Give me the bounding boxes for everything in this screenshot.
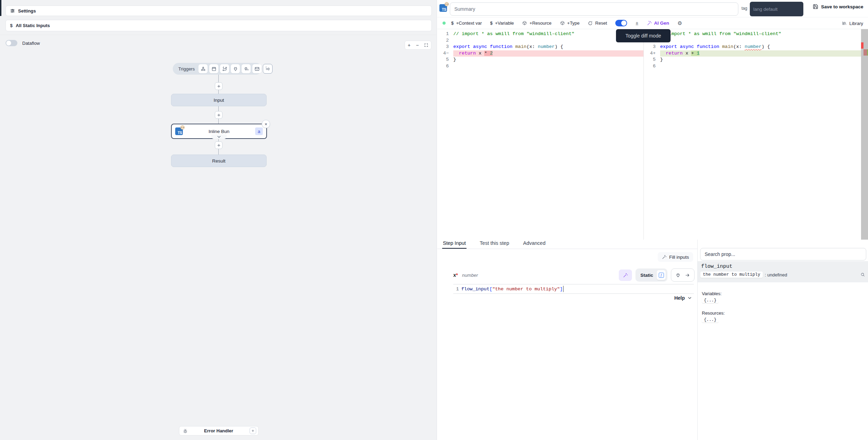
zoom-out-button[interactable]: − — [416, 43, 419, 48]
diff-pane-modified[interactable]: 1// import * as wmill from "windmill-cli… — [644, 29, 868, 240]
input-expression-editor[interactable]: 1 flow_input["the number to multiply"] — [453, 284, 694, 294]
diff-inline-toggle[interactable]: ± — [635, 20, 638, 26]
email-trigger-icon[interactable] — [252, 64, 261, 73]
sliders-icon — [10, 8, 15, 13]
save-to-workspace-button[interactable]: Save to workspace — [813, 4, 863, 9]
left-edge-accent — [0, 0, 1, 16]
reset-button[interactable]: Reset — [588, 20, 607, 26]
typescript-bun-icon: TS — [439, 4, 447, 12]
add-type-button[interactable]: +Type — [560, 20, 580, 26]
step-tabs: Step Input Test this step Advanced — [437, 240, 697, 249]
wand-icon — [662, 255, 667, 259]
tab-step-input[interactable]: Step Input — [442, 240, 467, 249]
error-handler-label: Error Handler — [188, 428, 250, 433]
search-icon[interactable] — [860, 272, 865, 277]
library-button[interactable]: Library — [842, 17, 863, 29]
dataflow-toggle[interactable] — [6, 40, 17, 46]
insert-step-button[interactable] — [215, 111, 222, 119]
all-static-inputs-button[interactable]: $ All Static Inputs — [6, 20, 432, 31]
flow-input-block[interactable]: flow_input the number to multiply : unde… — [698, 261, 868, 282]
diff-pane-original[interactable]: 1// import * as wmill from "windmill-cli… — [437, 29, 644, 240]
canvas-zoom-controls: + − — [405, 41, 431, 50]
editor-settings-icon[interactable]: ⚙ — [678, 20, 682, 26]
ai-fill-button[interactable] — [619, 269, 632, 281]
diff-code-editor[interactable]: 1// import * as wmill from "windmill-cli… — [437, 29, 868, 240]
dollar-icon: $ — [451, 21, 454, 26]
flow-node-result[interactable]: Result — [171, 155, 267, 167]
step-header: TS tag Save to workspace — [437, 0, 868, 17]
websocket-trigger-icon[interactable] — [231, 64, 240, 73]
http-route-trigger-icon[interactable] — [220, 64, 229, 73]
dataflow-row: Dataflow — [6, 40, 40, 46]
settings-button[interactable]: Settings — [6, 6, 432, 16]
arg-name: x — [453, 272, 456, 278]
step-node-label: Inline Bun — [183, 129, 255, 134]
expr-line-number: 1 — [453, 287, 459, 292]
overview-ruler[interactable] — [861, 29, 868, 240]
ai-gen-button[interactable]: AI Gen — [647, 20, 670, 26]
edge-line — [218, 119, 219, 124]
javascript-mode-button[interactable]: f — [657, 270, 666, 280]
static-mode-pill: Static f — [635, 268, 667, 282]
variables-label: Variables: — [702, 291, 722, 296]
error-marker — [861, 42, 863, 49]
save-icon — [813, 4, 818, 9]
wand-icon — [623, 273, 628, 278]
expand-step-button[interactable] — [211, 134, 227, 139]
text-caret — [563, 286, 563, 292]
captures-trigger-icon[interactable] — [263, 64, 272, 73]
typescript-bun-icon: TS — [175, 127, 183, 135]
add-resource-button[interactable]: +Resource — [522, 20, 551, 26]
fit-view-button[interactable] — [424, 43, 428, 47]
kafka-trigger-icon[interactable] — [242, 64, 251, 73]
tab-test-this-step[interactable]: Test this step — [479, 240, 510, 249]
delete-step-button[interactable]: × — [262, 120, 270, 128]
dataflow-label: Dataflow — [22, 41, 40, 46]
help-toggle[interactable]: Help — [674, 295, 692, 301]
editor-toolbar: $ +Context var $ +Variable +Resource +Ty… — [437, 17, 868, 29]
flow-input-prop-row[interactable]: the number to multiply : undefined — [700, 272, 787, 278]
toggle-diff-tooltip: Toggle diff mode — [616, 29, 671, 42]
add-variable-button[interactable]: $ +Variable — [490, 20, 514, 26]
edge-line — [218, 149, 219, 155]
resources-collapsed-chip[interactable]: {...} — [702, 317, 719, 323]
summary-input[interactable] — [450, 2, 738, 16]
insert-step-button[interactable] — [215, 82, 222, 90]
step-id-badge: a — [255, 127, 263, 135]
arg-type: number — [462, 273, 478, 278]
diff-mode-toggle[interactable] — [615, 20, 627, 26]
flow-node-inline-bun[interactable]: TS Inline Bun a × — [171, 124, 267, 139]
tab-advanced[interactable]: Advanced — [522, 240, 546, 249]
insert-step-button[interactable] — [215, 141, 222, 149]
status-dot — [443, 22, 446, 25]
bun-icon — [180, 125, 185, 130]
triggers-label: Triggers — [178, 66, 195, 72]
search-prop-input[interactable] — [700, 248, 866, 260]
schedule-trigger-icon[interactable] — [209, 64, 218, 73]
add-error-handler-button[interactable] — [250, 427, 256, 434]
edge-line — [218, 106, 219, 111]
prop-value: : undefined — [765, 272, 787, 277]
add-context-var-button[interactable]: $ +Context var — [451, 20, 482, 26]
static-label: Static — [640, 273, 653, 278]
zoom-in-button[interactable]: + — [408, 43, 411, 48]
package-icon — [560, 21, 565, 26]
error-handler-node[interactable]: Error Handler — [179, 426, 259, 435]
tag-input[interactable] — [750, 2, 803, 16]
plug-icon[interactable] — [675, 273, 681, 278]
fill-inputs-button[interactable]: Fill inputs — [658, 252, 693, 262]
flow-input-title: flow_input — [701, 264, 732, 269]
dollar-icon: $ — [490, 21, 493, 26]
step-input-panel: Step Input Test this step Advanced Fill … — [437, 240, 697, 440]
arrow-right-icon[interactable] — [685, 273, 690, 278]
variables-collapsed-chip[interactable]: {...} — [702, 298, 719, 303]
settings-label: Settings — [18, 8, 36, 14]
expr-code[interactable]: flow_input["the number to multiply"] — [461, 287, 563, 292]
save-label: Save to workspace — [821, 4, 863, 9]
connect-input-pill — [671, 268, 695, 282]
prop-chip[interactable]: the number to multiply — [700, 272, 763, 278]
flow-node-input[interactable]: Input — [171, 94, 267, 106]
webhook-trigger-icon[interactable] — [198, 64, 208, 73]
arg-controls: Static f — [619, 268, 695, 282]
chevron-down-icon — [688, 297, 692, 299]
